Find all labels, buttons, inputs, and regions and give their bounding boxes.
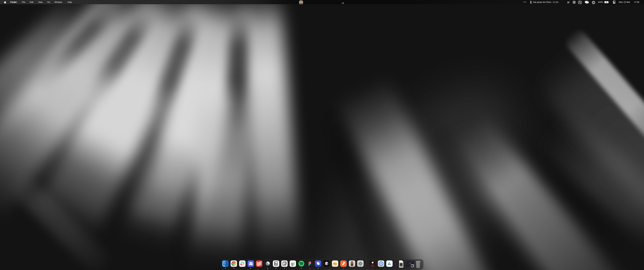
svg-text:g: g	[291, 261, 294, 266]
svg-text:N: N	[275, 262, 278, 266]
svg-text:10: 10	[283, 263, 286, 265]
svg-text:11: 11	[412, 265, 413, 267]
svg-text:raycast: raycast	[371, 265, 374, 266]
